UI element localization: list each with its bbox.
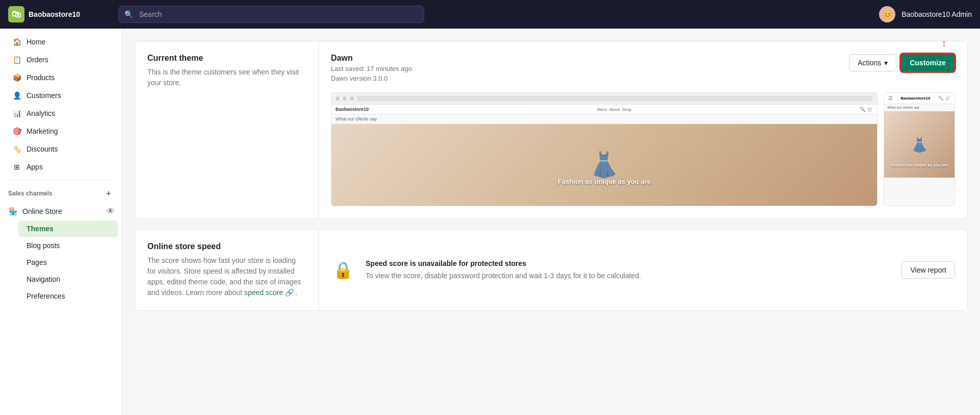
avatar[interactable]: 😊 bbox=[879, 6, 895, 22]
speed-unavailable-title: Speed score is unavailable for protected… bbox=[366, 259, 641, 267]
view-report-button[interactable]: View report bbox=[901, 261, 955, 279]
sidebar-item-analytics[interactable]: 📊 Analytics bbox=[4, 105, 118, 122]
browser-dot-2 bbox=[343, 96, 347, 101]
preferences-label: Preferences bbox=[27, 292, 65, 300]
lock-icon: 🔒 bbox=[333, 260, 353, 280]
sidebar-item-home[interactable]: 🏠 Home bbox=[4, 33, 118, 51]
sidebar-item-orders[interactable]: 📋 Orders bbox=[4, 51, 118, 68]
sidebar-item-label: Orders bbox=[27, 56, 48, 64]
apps-icon: ⊞ bbox=[12, 162, 21, 172]
preview-tagline: Fashion as unique as you are bbox=[558, 178, 651, 185]
sidebar-item-customers[interactable]: 👤 Customers bbox=[4, 87, 118, 104]
topbar-right: 😊 Baobaostore10 Admin bbox=[879, 6, 972, 22]
sidebar-item-themes[interactable]: Themes bbox=[18, 221, 118, 237]
blog-posts-label: Blog posts bbox=[27, 241, 60, 250]
mobile-menu-icon: ☰ bbox=[888, 95, 893, 101]
sidebar-item-apps[interactable]: ⊞ Apps bbox=[4, 158, 118, 176]
sidebar-item-online-store[interactable]: 🏪 Online Store bbox=[4, 204, 104, 219]
theme-version: Dawn version 3.0.0 bbox=[331, 75, 412, 82]
sales-channels-label: Sales channels bbox=[8, 190, 53, 197]
actions-label: Actions bbox=[858, 59, 881, 67]
search-icon: 🔍 bbox=[124, 10, 133, 18]
sidebar-nav: 🏠 Home 📋 Orders 📦 Products 👤 Customers 📊… bbox=[0, 29, 122, 309]
cart-mini-icon: 🛒 bbox=[867, 107, 873, 112]
online-store-icon: 🏪 bbox=[8, 207, 17, 216]
current-theme-card: Current theme This is the theme customer… bbox=[135, 41, 968, 219]
preview-desktop: Baobaostore10 Menu About Shop 🔍 🛒 bbox=[331, 92, 878, 206]
sidebar-item-label: Customers bbox=[27, 91, 61, 100]
customize-label: Customize bbox=[910, 59, 946, 67]
speed-card: Online store speed The score shows how f… bbox=[135, 229, 968, 311]
current-theme-left: Current theme This is the theme customer… bbox=[135, 41, 319, 218]
online-store-visibility-button[interactable]: 👁 bbox=[104, 204, 118, 218]
browser-bar bbox=[331, 93, 877, 105]
store-name: Baobaostore10 bbox=[29, 10, 80, 18]
topbar: 🛍 Baobaostore10 🔍 😊 Baobaostore10 Admin bbox=[0, 0, 980, 29]
home-icon: 🏠 bbox=[12, 37, 21, 46]
sidebar-item-label: Home bbox=[27, 38, 45, 46]
orders-icon: 📋 bbox=[12, 55, 21, 64]
sidebar-item-label: Apps bbox=[27, 163, 43, 171]
mobile-header-icons: 🔍 🛒 bbox=[938, 96, 950, 101]
theme-preview-wrap: Baobaostore10 Menu About Shop 🔍 🛒 bbox=[331, 92, 955, 206]
user-label: Baobaostore10 Admin bbox=[901, 10, 972, 18]
sidebar-item-preferences[interactable]: Preferences bbox=[18, 288, 118, 304]
discounts-icon: 🏷️ bbox=[12, 144, 21, 154]
shopify-logo-icon: 🛍 bbox=[8, 6, 24, 22]
speed-unavailable-description: To view the score, disable password prot… bbox=[366, 271, 641, 281]
actions-chevron-icon: ▾ bbox=[884, 59, 888, 67]
nav-item-1: Menu bbox=[597, 107, 607, 112]
sidebar-item-navigation[interactable]: Navigation bbox=[18, 271, 118, 287]
clothes-icon: 👗 bbox=[589, 151, 620, 179]
online-store-label-text: Online Store bbox=[22, 207, 62, 215]
sidebar-sub-items: Themes Blog posts Pages Navigation Prefe… bbox=[0, 221, 122, 304]
speed-right: 🔒 Speed score is unavailable for protect… bbox=[319, 230, 967, 310]
analytics-icon: 📊 bbox=[12, 109, 21, 118]
current-theme-title: Current theme bbox=[147, 54, 306, 63]
theme-info: Dawn Last saved: 17 minutes ago Dawn ver… bbox=[331, 54, 412, 82]
preview-header-actions: 🔍 🛒 bbox=[860, 107, 873, 112]
sidebar-item-products[interactable]: 📦 Products bbox=[4, 69, 118, 86]
mobile-logo: Baobaostore10 bbox=[901, 96, 931, 101]
preview-mobile: ☰ Baobaostore10 🔍 🛒 What our clients say… bbox=[884, 92, 955, 206]
mobile-tagline: Fashion as unique as you are bbox=[891, 163, 948, 167]
customize-button[interactable]: Customize bbox=[900, 54, 955, 72]
search-mini-icon: 🔍 bbox=[860, 107, 865, 112]
theme-actions: Actions ▾ Customize ↑ bbox=[849, 54, 955, 72]
theme-last-saved: Last saved: 17 minutes ago bbox=[331, 65, 412, 72]
online-store-row: 🏪 Online Store 👁 bbox=[0, 203, 122, 220]
preview-clothes-image: 👗 Fashion as unique as you are bbox=[331, 124, 877, 206]
search-input[interactable] bbox=[118, 6, 424, 23]
speed-text: Speed score is unavailable for protected… bbox=[366, 259, 641, 281]
products-icon: 📦 bbox=[12, 73, 21, 82]
search-area: 🔍 bbox=[118, 6, 424, 23]
preview-header: Baobaostore10 Menu About Shop 🔍 🛒 bbox=[331, 105, 877, 114]
preview-nav: Menu About Shop bbox=[597, 107, 632, 112]
store-logo-area: 🛍 Baobaostore10 bbox=[8, 6, 110, 22]
customers-icon: 👤 bbox=[12, 91, 21, 100]
current-theme-right: Dawn Last saved: 17 minutes ago Dawn ver… bbox=[319, 41, 967, 218]
speed-left: Online store speed The score shows how f… bbox=[135, 230, 319, 310]
browser-dot-1 bbox=[336, 96, 340, 101]
main-content: Current theme This is the theme customer… bbox=[122, 29, 980, 415]
speed-title: Online store speed bbox=[147, 242, 306, 251]
sidebar-item-pages[interactable]: Pages bbox=[18, 254, 118, 271]
sidebar-item-blog-posts[interactable]: Blog posts bbox=[18, 237, 118, 254]
pages-label: Pages bbox=[27, 258, 47, 266]
sidebar: 🏠 Home 📋 Orders 📦 Products 👤 Customers 📊… bbox=[0, 29, 122, 415]
actions-button[interactable]: Actions ▾ bbox=[849, 54, 896, 71]
marketing-icon: 🎯 bbox=[12, 127, 21, 136]
speed-score-link[interactable]: speed score bbox=[244, 288, 285, 297]
add-sales-channel-button[interactable]: + bbox=[104, 188, 114, 199]
red-arrow-annotation: ↑ bbox=[941, 41, 947, 48]
mobile-cart-icon: 🛒 bbox=[945, 96, 950, 101]
sidebar-item-discounts[interactable]: 🏷️ Discounts bbox=[4, 140, 118, 158]
sidebar-item-marketing[interactable]: 🎯 Marketing bbox=[4, 123, 118, 140]
preview-store-logo: Baobaostore10 bbox=[336, 107, 369, 112]
navigation-label: Navigation bbox=[27, 275, 60, 283]
preview-section-label: What our clients say bbox=[331, 114, 877, 124]
nav-item-2: About bbox=[609, 107, 620, 112]
mobile-section-label: What our clients say bbox=[884, 104, 955, 111]
speed-description: The score shows how fast your store is l… bbox=[147, 255, 306, 298]
theme-name: Dawn bbox=[331, 54, 412, 63]
